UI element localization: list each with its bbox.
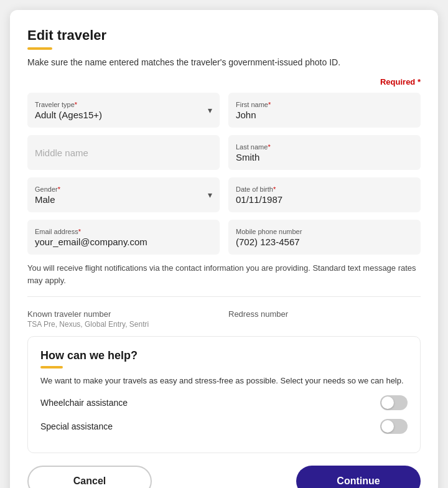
- last-name-value: Smith: [236, 152, 413, 162]
- wheelchair-toggle[interactable]: [380, 395, 408, 410]
- special-toggle-knob: [381, 420, 394, 433]
- phone-group: Mobile phone number (702) 123-4567: [228, 220, 421, 255]
- phone-value: (702) 123-4567: [236, 237, 413, 247]
- edit-traveler-modal: Edit traveler Make sure the name entered…: [10, 10, 438, 488]
- gender-chevron-icon: ▾: [208, 190, 212, 200]
- traveler-type-group: Traveler type* Adult (Ages15+) ▾: [27, 93, 220, 128]
- notification-info: You will receive flight notifications vi…: [27, 262, 421, 286]
- divider: [27, 296, 421, 297]
- gender-value: Male: [35, 194, 212, 205]
- help-accent: [40, 366, 63, 368]
- wheelchair-label: Wheelchair assistance: [40, 398, 380, 408]
- special-row: Special assistance: [40, 419, 408, 434]
- last-name-group: Last name* Smith: [228, 135, 421, 170]
- special-label: Special assistance: [40, 421, 380, 431]
- help-description: We want to make your travels as easy and…: [40, 376, 408, 385]
- required-note: Required *: [27, 77, 421, 87]
- last-name-field[interactable]: Last name* Smith: [228, 135, 421, 170]
- redress-group: Redress number: [228, 307, 421, 329]
- dob-value: 01/11/1987: [236, 194, 413, 205]
- continue-button[interactable]: Continue: [296, 466, 421, 488]
- modal-subtitle: Make sure the name entered matches the t…: [27, 57, 421, 67]
- gender-label: Gender*: [35, 185, 212, 193]
- special-toggle[interactable]: [380, 419, 408, 434]
- row-type-firstname: Traveler type* Adult (Ages15+) ▾ First n…: [27, 93, 421, 128]
- email-value: your_email@company.com: [35, 237, 212, 247]
- known-traveler-hint: TSA Pre, Nexus, Global Entry, Sentri: [27, 320, 220, 329]
- first-name-field[interactable]: First name* John: [228, 93, 421, 128]
- first-name-value: John: [236, 110, 413, 120]
- wheelchair-toggle-knob: [381, 396, 394, 409]
- email-field[interactable]: Email address* your_email@company.com: [27, 220, 220, 255]
- first-name-label: First name*: [236, 101, 413, 108]
- cancel-button[interactable]: Cancel: [27, 466, 152, 488]
- button-row: Cancel Continue: [27, 466, 421, 488]
- required-star: *: [418, 77, 421, 87]
- middle-name-field[interactable]: Middle name: [27, 135, 220, 170]
- row-gender-dob: Gender* Male ▾ Date of birth* 01/11/1987: [27, 177, 421, 212]
- first-name-group: First name* John: [228, 93, 421, 128]
- known-traveler-label: Known traveler number: [27, 307, 220, 320]
- email-label: Email address*: [35, 228, 212, 235]
- middle-name-group: Middle name: [27, 135, 220, 170]
- help-section: How can we help? We want to make your tr…: [27, 336, 421, 453]
- traveler-type-value: Adult (Ages15+): [35, 110, 212, 120]
- middle-name-placeholder: Middle name: [35, 148, 212, 158]
- dob-label: Date of birth*: [236, 185, 413, 193]
- last-name-label: Last name*: [236, 143, 413, 151]
- email-group: Email address* your_email@company.com: [27, 220, 220, 255]
- wheelchair-row: Wheelchair assistance: [40, 395, 408, 410]
- help-title: How can we help?: [40, 349, 408, 362]
- gender-group: Gender* Male ▾: [27, 177, 220, 212]
- row-optional: Known traveler number TSA Pre, Nexus, Gl…: [27, 307, 421, 329]
- title-accent: [27, 47, 52, 50]
- modal-title: Edit traveler: [27, 27, 421, 44]
- row-email-phone: Email address* your_email@company.com Mo…: [27, 220, 421, 255]
- row-middle-lastname: Middle name Last name* Smith: [27, 135, 421, 170]
- traveler-type-field[interactable]: Traveler type* Adult (Ages15+) ▾: [27, 93, 220, 128]
- phone-label: Mobile phone number: [236, 228, 413, 235]
- dob-group: Date of birth* 01/11/1987: [228, 177, 421, 212]
- gender-field[interactable]: Gender* Male ▾: [27, 177, 220, 212]
- dob-field[interactable]: Date of birth* 01/11/1987: [228, 177, 421, 212]
- phone-field[interactable]: Mobile phone number (702) 123-4567: [228, 220, 421, 255]
- traveler-type-label: Traveler type*: [35, 101, 212, 108]
- redress-label: Redress number: [228, 307, 421, 320]
- known-traveler-group: Known traveler number TSA Pre, Nexus, Gl…: [27, 307, 220, 329]
- traveler-type-chevron-icon: ▾: [208, 105, 212, 115]
